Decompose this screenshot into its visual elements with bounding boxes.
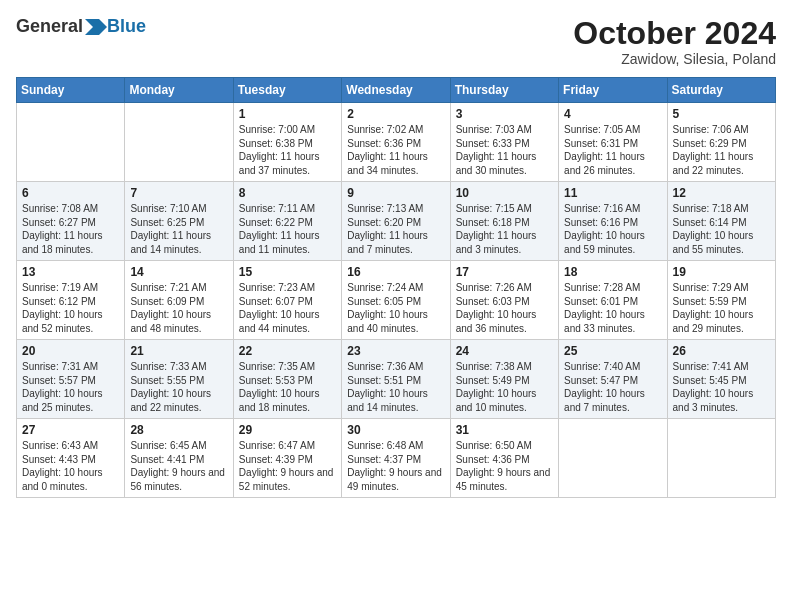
calendar-cell: 18Sunrise: 7:28 AM Sunset: 6:01 PM Dayli…	[559, 261, 667, 340]
calendar-body: 1Sunrise: 7:00 AM Sunset: 6:38 PM Daylig…	[17, 103, 776, 498]
calendar-cell	[559, 419, 667, 498]
day-info: Sunrise: 7:03 AM Sunset: 6:33 PM Dayligh…	[456, 123, 553, 177]
calendar-cell: 27Sunrise: 6:43 AM Sunset: 4:43 PM Dayli…	[17, 419, 125, 498]
calendar-cell: 16Sunrise: 7:24 AM Sunset: 6:05 PM Dayli…	[342, 261, 450, 340]
day-number: 11	[564, 186, 661, 200]
column-header-monday: Monday	[125, 78, 233, 103]
month-title: October 2024	[573, 16, 776, 51]
calendar-cell: 29Sunrise: 6:47 AM Sunset: 4:39 PM Dayli…	[233, 419, 341, 498]
calendar-row: 6Sunrise: 7:08 AM Sunset: 6:27 PM Daylig…	[17, 182, 776, 261]
calendar-cell: 14Sunrise: 7:21 AM Sunset: 6:09 PM Dayli…	[125, 261, 233, 340]
day-info: Sunrise: 7:10 AM Sunset: 6:25 PM Dayligh…	[130, 202, 227, 256]
day-info: Sunrise: 7:28 AM Sunset: 6:01 PM Dayligh…	[564, 281, 661, 335]
day-info: Sunrise: 7:05 AM Sunset: 6:31 PM Dayligh…	[564, 123, 661, 177]
day-number: 6	[22, 186, 119, 200]
calendar-cell: 7Sunrise: 7:10 AM Sunset: 6:25 PM Daylig…	[125, 182, 233, 261]
calendar-cell: 1Sunrise: 7:00 AM Sunset: 6:38 PM Daylig…	[233, 103, 341, 182]
day-info: Sunrise: 6:48 AM Sunset: 4:37 PM Dayligh…	[347, 439, 444, 493]
day-number: 26	[673, 344, 770, 358]
calendar-row: 20Sunrise: 7:31 AM Sunset: 5:57 PM Dayli…	[17, 340, 776, 419]
calendar-cell: 15Sunrise: 7:23 AM Sunset: 6:07 PM Dayli…	[233, 261, 341, 340]
day-info: Sunrise: 7:23 AM Sunset: 6:07 PM Dayligh…	[239, 281, 336, 335]
title-block: October 2024 Zawidow, Silesia, Poland	[573, 16, 776, 67]
location-text: Zawidow, Silesia, Poland	[573, 51, 776, 67]
day-number: 9	[347, 186, 444, 200]
calendar-cell: 8Sunrise: 7:11 AM Sunset: 6:22 PM Daylig…	[233, 182, 341, 261]
column-header-sunday: Sunday	[17, 78, 125, 103]
calendar-cell: 26Sunrise: 7:41 AM Sunset: 5:45 PM Dayli…	[667, 340, 775, 419]
day-number: 5	[673, 107, 770, 121]
calendar-row: 27Sunrise: 6:43 AM Sunset: 4:43 PM Dayli…	[17, 419, 776, 498]
day-number: 8	[239, 186, 336, 200]
logo-blue-text: Blue	[107, 16, 146, 37]
day-number: 28	[130, 423, 227, 437]
day-info: Sunrise: 7:24 AM Sunset: 6:05 PM Dayligh…	[347, 281, 444, 335]
day-info: Sunrise: 6:50 AM Sunset: 4:36 PM Dayligh…	[456, 439, 553, 493]
calendar-row: 1Sunrise: 7:00 AM Sunset: 6:38 PM Daylig…	[17, 103, 776, 182]
column-header-tuesday: Tuesday	[233, 78, 341, 103]
day-number: 19	[673, 265, 770, 279]
day-number: 12	[673, 186, 770, 200]
day-info: Sunrise: 7:26 AM Sunset: 6:03 PM Dayligh…	[456, 281, 553, 335]
day-number: 21	[130, 344, 227, 358]
column-header-saturday: Saturday	[667, 78, 775, 103]
calendar-cell: 12Sunrise: 7:18 AM Sunset: 6:14 PM Dayli…	[667, 182, 775, 261]
day-number: 27	[22, 423, 119, 437]
day-number: 18	[564, 265, 661, 279]
day-number: 17	[456, 265, 553, 279]
header-row: SundayMondayTuesdayWednesdayThursdayFrid…	[17, 78, 776, 103]
day-number: 2	[347, 107, 444, 121]
logo-arrow-icon	[85, 19, 107, 35]
day-info: Sunrise: 7:19 AM Sunset: 6:12 PM Dayligh…	[22, 281, 119, 335]
day-info: Sunrise: 7:13 AM Sunset: 6:20 PM Dayligh…	[347, 202, 444, 256]
day-info: Sunrise: 7:11 AM Sunset: 6:22 PM Dayligh…	[239, 202, 336, 256]
svg-marker-0	[85, 19, 107, 35]
calendar-cell: 6Sunrise: 7:08 AM Sunset: 6:27 PM Daylig…	[17, 182, 125, 261]
day-info: Sunrise: 7:31 AM Sunset: 5:57 PM Dayligh…	[22, 360, 119, 414]
day-number: 29	[239, 423, 336, 437]
day-info: Sunrise: 7:41 AM Sunset: 5:45 PM Dayligh…	[673, 360, 770, 414]
day-info: Sunrise: 7:16 AM Sunset: 6:16 PM Dayligh…	[564, 202, 661, 256]
column-header-friday: Friday	[559, 78, 667, 103]
day-number: 25	[564, 344, 661, 358]
day-number: 10	[456, 186, 553, 200]
calendar-cell: 25Sunrise: 7:40 AM Sunset: 5:47 PM Dayli…	[559, 340, 667, 419]
calendar-cell: 20Sunrise: 7:31 AM Sunset: 5:57 PM Dayli…	[17, 340, 125, 419]
calendar-header: SundayMondayTuesdayWednesdayThursdayFrid…	[17, 78, 776, 103]
calendar-cell: 21Sunrise: 7:33 AM Sunset: 5:55 PM Dayli…	[125, 340, 233, 419]
calendar-cell: 22Sunrise: 7:35 AM Sunset: 5:53 PM Dayli…	[233, 340, 341, 419]
logo: General Blue	[16, 16, 146, 37]
day-info: Sunrise: 6:47 AM Sunset: 4:39 PM Dayligh…	[239, 439, 336, 493]
calendar-cell: 11Sunrise: 7:16 AM Sunset: 6:16 PM Dayli…	[559, 182, 667, 261]
day-info: Sunrise: 6:43 AM Sunset: 4:43 PM Dayligh…	[22, 439, 119, 493]
day-info: Sunrise: 7:18 AM Sunset: 6:14 PM Dayligh…	[673, 202, 770, 256]
day-number: 23	[347, 344, 444, 358]
day-info: Sunrise: 7:08 AM Sunset: 6:27 PM Dayligh…	[22, 202, 119, 256]
logo-general-text: General	[16, 16, 83, 37]
calendar-cell	[125, 103, 233, 182]
calendar-cell: 4Sunrise: 7:05 AM Sunset: 6:31 PM Daylig…	[559, 103, 667, 182]
page-header: General Blue October 2024 Zawidow, Siles…	[16, 16, 776, 67]
calendar-cell: 9Sunrise: 7:13 AM Sunset: 6:20 PM Daylig…	[342, 182, 450, 261]
day-number: 16	[347, 265, 444, 279]
day-info: Sunrise: 7:21 AM Sunset: 6:09 PM Dayligh…	[130, 281, 227, 335]
calendar-cell: 3Sunrise: 7:03 AM Sunset: 6:33 PM Daylig…	[450, 103, 558, 182]
day-number: 4	[564, 107, 661, 121]
calendar-cell: 31Sunrise: 6:50 AM Sunset: 4:36 PM Dayli…	[450, 419, 558, 498]
column-header-thursday: Thursday	[450, 78, 558, 103]
day-number: 1	[239, 107, 336, 121]
day-info: Sunrise: 7:02 AM Sunset: 6:36 PM Dayligh…	[347, 123, 444, 177]
column-header-wednesday: Wednesday	[342, 78, 450, 103]
calendar-cell: 13Sunrise: 7:19 AM Sunset: 6:12 PM Dayli…	[17, 261, 125, 340]
day-number: 14	[130, 265, 227, 279]
day-info: Sunrise: 7:38 AM Sunset: 5:49 PM Dayligh…	[456, 360, 553, 414]
calendar-table: SundayMondayTuesdayWednesdayThursdayFrid…	[16, 77, 776, 498]
day-info: Sunrise: 6:45 AM Sunset: 4:41 PM Dayligh…	[130, 439, 227, 493]
calendar-cell: 5Sunrise: 7:06 AM Sunset: 6:29 PM Daylig…	[667, 103, 775, 182]
day-number: 13	[22, 265, 119, 279]
calendar-cell	[17, 103, 125, 182]
day-number: 31	[456, 423, 553, 437]
day-info: Sunrise: 7:00 AM Sunset: 6:38 PM Dayligh…	[239, 123, 336, 177]
calendar-cell: 30Sunrise: 6:48 AM Sunset: 4:37 PM Dayli…	[342, 419, 450, 498]
day-info: Sunrise: 7:29 AM Sunset: 5:59 PM Dayligh…	[673, 281, 770, 335]
